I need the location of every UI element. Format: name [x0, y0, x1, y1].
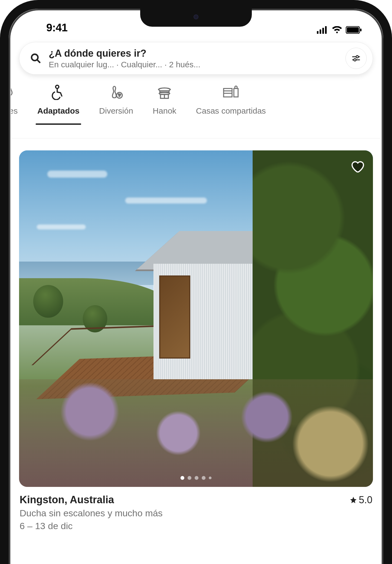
listing-feature: Ducha sin escalones y mucho más [20, 508, 372, 518]
search-title: ¿A dónde quieres ir? [49, 47, 345, 59]
bowling-icon [109, 84, 124, 100]
svg-rect-1 [320, 29, 321, 34]
svg-rect-5 [347, 27, 359, 33]
svg-rect-3 [325, 26, 327, 34]
svg-point-17 [119, 95, 120, 96]
battery-icon [346, 26, 362, 34]
search-subtitle: En cualquier lug... · Cualquier... · 2 h… [49, 60, 345, 69]
sliders-icon [351, 54, 361, 63]
hanok-icon [157, 84, 172, 100]
filter-button[interactable] [345, 48, 367, 69]
heart-icon [350, 159, 365, 174]
category-tab-lares[interactable]: lares [11, 84, 27, 116]
rooms-icon [222, 84, 239, 100]
svg-rect-2 [322, 28, 324, 34]
favorite-button[interactable] [350, 159, 365, 174]
flame-icon [11, 85, 16, 99]
svg-point-10 [356, 56, 359, 58]
category-label: Hanok [153, 106, 176, 116]
category-tab-adaptados[interactable]: Adaptados [27, 84, 89, 116]
svg-line-8 [37, 60, 40, 62]
listing-card[interactable]: Kingston, Australia 5.0 Ducha sin escalo… [19, 150, 373, 531]
status-icons [317, 26, 365, 34]
search-bar[interactable]: ¿A dónde quieres ir? En cualquier lug...… [19, 42, 373, 75]
category-tab-compartidas[interactable]: Casas compartidas [186, 84, 276, 116]
category-tab-diversion[interactable]: Diversión [89, 84, 143, 116]
category-label: Casas compartidas [196, 106, 266, 116]
wheelchair-icon [51, 84, 66, 100]
status-time: 9:41 [27, 22, 68, 34]
svg-rect-22 [234, 89, 238, 97]
svg-point-23 [235, 86, 237, 89]
svg-point-13 [56, 85, 59, 89]
wifi-icon [332, 26, 342, 34]
star-icon [350, 496, 357, 504]
svg-rect-6 [360, 29, 362, 31]
listing-rating: 5.0 [350, 494, 372, 506]
category-tabs[interactable]: lares Adaptados Diversión Hanok Casas co… [11, 84, 381, 138]
category-label: Diversión [99, 106, 133, 116]
listing-photo[interactable] [19, 150, 373, 487]
cellular-icon [317, 26, 328, 34]
search-icon [30, 53, 41, 64]
carousel-dots [180, 476, 212, 480]
svg-rect-20 [224, 91, 232, 97]
svg-rect-0 [317, 31, 318, 34]
listing-location: Kingston, Australia [20, 494, 114, 506]
svg-point-15 [118, 94, 119, 95]
category-label: lares [11, 106, 18, 116]
svg-point-12 [354, 59, 356, 61]
listing-dates: 6 – 13 de dic [20, 521, 372, 531]
category-label: Adaptados [37, 106, 79, 116]
category-tab-hanok[interactable]: Hanok [143, 84, 186, 116]
